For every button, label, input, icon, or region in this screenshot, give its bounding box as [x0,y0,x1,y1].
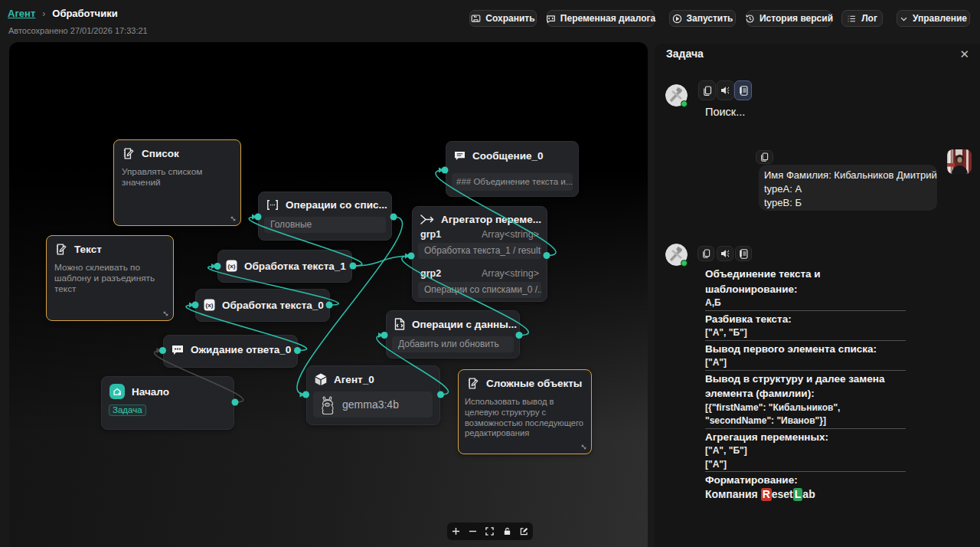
svg-text:(x): (x) [228,263,236,270]
svg-text:(x): (x) [206,302,214,309]
